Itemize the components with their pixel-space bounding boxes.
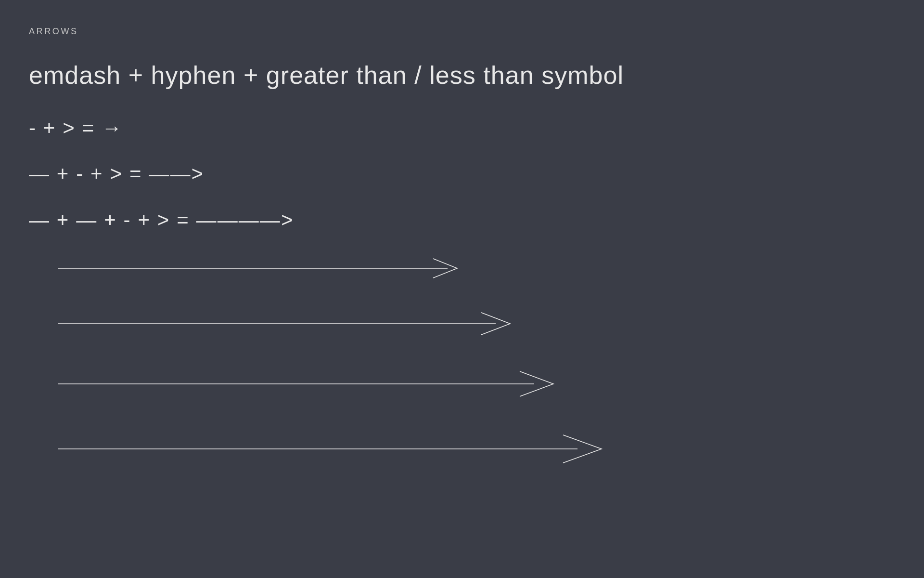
arrow-svg-1 — [29, 254, 486, 283]
arrow-line-2 — [29, 307, 895, 341]
arrow-svg-2 — [29, 307, 539, 341]
arrow-svg-4 — [29, 427, 635, 471]
arrow-svg-3 — [29, 365, 582, 403]
formula-row-2: — + - + > = ——> — [29, 162, 895, 186]
page-container: ARROWS emdash + hyphen + greater than / … — [0, 0, 924, 578]
formula-text-2: — + - + > = ——> — [29, 162, 204, 185]
formula-text-3: — + — + - + > = ————> — [29, 209, 294, 231]
formula-row-3: — + — + - + > = ————> — [29, 208, 895, 232]
formula-row-1: - + > = → — [29, 116, 895, 140]
formula-text-1: - + > = → — [29, 117, 123, 139]
arrow-line-4 — [29, 427, 895, 471]
arrows-section — [29, 254, 895, 471]
subtitle: emdash + hyphen + greater than / less th… — [29, 61, 895, 90]
arrow-line-3 — [29, 365, 895, 403]
arrow-line-1 — [29, 254, 895, 283]
section-label: ARROWS — [29, 26, 895, 37]
